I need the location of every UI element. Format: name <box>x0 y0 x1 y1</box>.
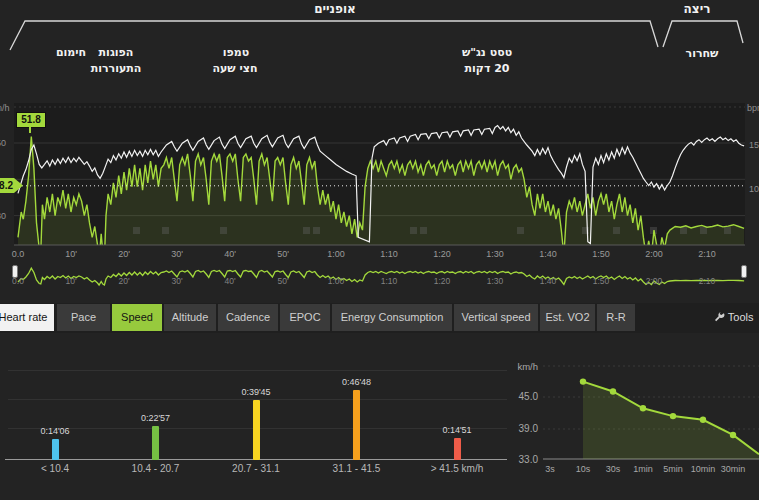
phase-tempo-line1: טמפו <box>223 46 249 59</box>
tab-est-vo2[interactable]: Est. VO2 <box>540 304 595 331</box>
overview-left-handle[interactable] <box>12 265 18 278</box>
x-tick-label: 1:50 <box>583 249 619 259</box>
zone-range-label: 20.7 - 31.1 <box>211 463 301 474</box>
zone-range-label: 31.1 - 41.5 <box>312 463 402 474</box>
phase-cooldown: שחרור <box>686 47 719 60</box>
overview-tick-label: 1:20 <box>424 276 460 286</box>
overview-tick-label: 0.0 <box>0 276 36 286</box>
section-label-running: ריצה <box>684 2 711 16</box>
overview-right-handle[interactable] <box>741 265 747 278</box>
left-axis-unit: km/h <box>0 103 10 113</box>
overview-tick-label: 2:10 <box>689 276 725 286</box>
curve-y-tick: 39.0 <box>508 423 538 434</box>
right-axis-unit: bpm <box>747 103 759 113</box>
curve-y-tick: 45.0 <box>508 391 538 402</box>
x-tick-label: 1:40 <box>530 249 566 259</box>
x-tick-label: 1:30 <box>477 249 513 259</box>
tab-altitude[interactable]: Altitude <box>164 304 216 331</box>
overview-tick-label: 30' <box>159 276 195 286</box>
x-tick-label: 2:00 <box>636 249 672 259</box>
left-axis-tick-50: 50 <box>0 138 6 148</box>
zone-bar <box>353 390 360 460</box>
phase-test-line1: טסט נג"ש <box>462 46 512 59</box>
zone-bar <box>152 426 159 460</box>
x-tick-label: 30' <box>159 249 195 259</box>
wrench-icon <box>714 311 725 322</box>
curve-unit-label: km/h <box>508 361 538 372</box>
tab-speed[interactable]: Speed <box>112 304 162 331</box>
section-label-cycling: אופניים <box>314 2 356 16</box>
x-tick-label: 1:00 <box>318 249 354 259</box>
tools-label: Tools <box>728 311 754 323</box>
tab-vertical-speed[interactable]: Vertical speed <box>454 304 538 331</box>
workout-analysis-page: אופניים ריצה חימום הפוגות התעוררות טמפו … <box>0 0 759 500</box>
tab-cadence[interactable]: Cadence <box>218 304 278 331</box>
x-tick-label: 50' <box>265 249 301 259</box>
overview-tick-label: 50' <box>265 276 301 286</box>
speed-duration-chart[interactable] <box>505 358 759 478</box>
tools-button[interactable]: Tools <box>714 304 754 331</box>
x-tick-label: 20' <box>106 249 142 259</box>
x-tick-label: 10' <box>53 249 89 259</box>
right-axis-tick-150: 150 <box>749 140 759 150</box>
overview-tick-label: 40' <box>212 276 248 286</box>
overview-tick-label: 1:00 <box>318 276 354 286</box>
phase-intervals-line1: הפוגות <box>99 46 134 59</box>
x-tick-label: 40' <box>212 249 248 259</box>
phase-tempo-line2: חצי שעה <box>212 62 257 75</box>
phase-test-line2: 20 דקות <box>465 62 510 75</box>
overview-tick-label: 2:00 <box>636 276 672 286</box>
x-tick-label: 1:20 <box>424 249 460 259</box>
zone-time-label: 0:14'51 <box>427 425 487 435</box>
zone-time-label: 0:14'06 <box>25 426 85 436</box>
zone-range-label: < 10.4 <box>10 463 100 474</box>
zone-bar <box>454 438 461 460</box>
curve-x-tick: 30min <box>713 464 753 474</box>
peak-marker-stem <box>29 127 31 133</box>
overview-tick-label: 20' <box>106 276 142 286</box>
x-tick-label: 1:10 <box>371 249 407 259</box>
zone-bar <box>52 439 59 460</box>
histogram-gridline <box>8 370 507 371</box>
tab-heart-rate[interactable]: Heart rate <box>0 304 54 331</box>
phase-warmup: חימום <box>56 46 86 59</box>
zone-range-label: > 41.5 km/h <box>412 463 502 474</box>
left-axis-tick-30: 30 <box>0 211 6 221</box>
tab-pace[interactable]: Pace <box>57 304 110 331</box>
tab-epoc[interactable]: EPOC <box>280 304 330 331</box>
tab-r-r[interactable]: R-R <box>597 304 635 331</box>
zone-time-label: 0:22'57 <box>126 413 186 423</box>
overview-tick-label: 1:10 <box>371 276 407 286</box>
zone-bar <box>253 400 260 460</box>
main-chart[interactable] <box>0 100 759 250</box>
tab-energy-consumption[interactable]: Energy Consumption <box>332 304 452 331</box>
overview-tick-label: 1:30 <box>477 276 513 286</box>
right-axis-tick-100: 100 <box>749 184 759 194</box>
phase-intervals-line2: התעוררות <box>91 62 142 75</box>
peak-speed-marker: 51.8 <box>16 112 46 128</box>
overview-tick-label: 1:50 <box>583 276 619 286</box>
zone-time-label: 0:39'45 <box>226 387 286 397</box>
x-tick-label: 2:10 <box>689 249 725 259</box>
zone-range-label: 10.4 - 20.7 <box>111 463 201 474</box>
overview-tick-label: 1:40 <box>530 276 566 286</box>
x-tick-label: 0.0 <box>0 249 36 259</box>
overview-tick-label: 10' <box>53 276 89 286</box>
zone-time-label: 0:46'48 <box>327 377 387 387</box>
